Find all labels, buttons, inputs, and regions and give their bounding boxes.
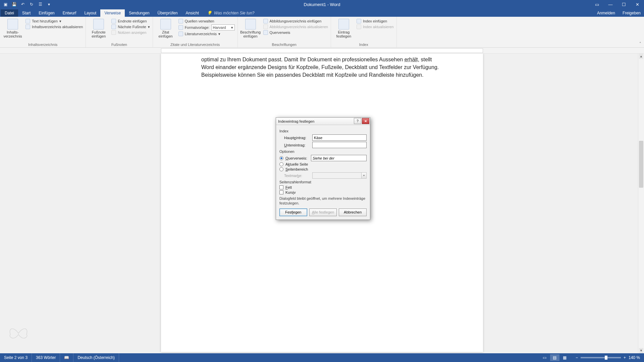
update-toc-icon xyxy=(25,24,30,29)
dialog-titlebar[interactable]: Indexeintrag festlegen ? ✕ xyxy=(276,118,370,125)
insert-citation-button[interactable]: Zitat einfügen xyxy=(156,18,176,38)
web-layout-button[interactable]: ▦ xyxy=(560,354,570,361)
sign-in-link[interactable]: Anmelden xyxy=(594,9,619,17)
spell-check-icon[interactable]: 📖 xyxy=(60,353,73,362)
word-icon: ▣ xyxy=(2,1,9,8)
insert-endnote-button[interactable]: Endnote einfügen xyxy=(111,19,150,23)
cancel-button[interactable]: Abbrechen xyxy=(339,208,367,216)
dialog-close-button[interactable]: ✕ xyxy=(362,118,369,124)
document-text[interactable]: optimal zu Ihrem Dokument passt. Damit I… xyxy=(201,56,443,79)
tab-mailings[interactable]: Sendungen xyxy=(125,9,153,17)
horizontal-ruler[interactable] xyxy=(0,48,644,54)
insert-index-button[interactable]: Index einfügen xyxy=(357,19,394,23)
touch-mode-button[interactable]: ☰ xyxy=(37,1,44,8)
crossref-icon xyxy=(263,30,268,35)
next-footnote-icon xyxy=(111,24,116,29)
ruler-inner xyxy=(161,48,483,53)
page-range-radio[interactable] xyxy=(279,167,283,171)
zoom-in-button[interactable]: + xyxy=(624,355,626,360)
group-captions: Beschriftung einfügen Abbildungsverzeich… xyxy=(238,17,331,47)
show-notes-icon xyxy=(111,30,116,35)
tab-insert[interactable]: Einfügen xyxy=(35,9,58,17)
zoom-level[interactable]: 140 % xyxy=(629,355,640,360)
subentry-label: Untereintrag: xyxy=(284,143,310,147)
page-indicator[interactable]: Seite 2 von 3 xyxy=(0,353,32,362)
update-toc-button[interactable]: Inhaltsverzeichnis aktualisieren xyxy=(25,24,83,29)
dialog-title: Indexeintrag festlegen xyxy=(278,119,314,123)
tab-references[interactable]: Verweise xyxy=(100,9,125,17)
share-button[interactable]: Freigeben xyxy=(619,9,644,17)
text-underlined: erhält xyxy=(405,57,418,62)
undo-button[interactable]: ↶ xyxy=(19,1,26,8)
zoom-out-button[interactable]: − xyxy=(576,355,578,360)
tof-icon xyxy=(263,19,268,23)
caption-label: Beschriftung einfügen xyxy=(240,30,261,38)
ribbon-display-button[interactable]: ▭ xyxy=(590,0,604,9)
scroll-down-button[interactable]: ▼ xyxy=(639,348,643,353)
print-layout-button[interactable]: ▤ xyxy=(550,354,559,361)
tell-me-search[interactable]: 💡 Was möchten Sie tun? xyxy=(203,9,259,17)
word-count[interactable]: 363 Wörter xyxy=(32,353,60,362)
qat-customize-button[interactable]: ▾ xyxy=(46,1,52,8)
tab-design[interactable]: Entwurf xyxy=(59,9,80,17)
tab-file[interactable]: Datei xyxy=(1,9,18,17)
chevron-down-icon: ▾ xyxy=(231,25,233,30)
current-page-radio[interactable] xyxy=(279,162,283,166)
update-tof-label: Abbildungsverzeichnis aktualisieren xyxy=(270,25,328,29)
bibliography-button[interactable]: Literaturverzeichnis ▾ xyxy=(178,32,235,36)
mark-entry-button[interactable]: Eintrag festlegen xyxy=(334,18,354,38)
ribbon-tabs: Datei Start Einfügen Entwurf Layout Verw… xyxy=(0,9,644,17)
italic-checkbox[interactable] xyxy=(279,190,283,194)
next-footnote-label: Nächste Fußnote xyxy=(118,25,146,29)
insert-caption-button[interactable]: Beschriftung einfügen xyxy=(240,18,261,38)
vertical-scrollbar[interactable]: ▲ ▼ xyxy=(638,54,644,353)
insert-tof-button[interactable]: Abbildungsverzeichnis einfügen xyxy=(263,19,328,23)
window-title: Dokument1 - Word xyxy=(304,2,340,7)
next-footnote-button[interactable]: Nächste Fußnote ▾ xyxy=(111,24,150,29)
maximize-button[interactable]: ☐ xyxy=(617,0,631,9)
insert-index-icon xyxy=(357,19,361,23)
main-entry-input[interactable] xyxy=(312,134,367,141)
close-button[interactable]: ✕ xyxy=(631,0,644,9)
scroll-up-button[interactable]: ▲ xyxy=(639,54,643,59)
manage-sources-button[interactable]: Quellen verwalten xyxy=(178,19,235,23)
add-text-icon xyxy=(25,19,30,23)
insert-footnote-button[interactable]: Fußnote einfügen xyxy=(89,18,109,38)
crossref-label: Querverweis xyxy=(270,31,290,35)
group-label-footnotes: Fußnoten xyxy=(89,42,150,47)
style-icon xyxy=(178,25,183,30)
redo-button[interactable]: ↻ xyxy=(28,1,35,8)
subentry-input[interactable] xyxy=(312,142,367,148)
zoom-slider[interactable] xyxy=(581,357,621,358)
tab-view[interactable]: Ansicht xyxy=(182,9,203,17)
read-mode-button[interactable]: ▭ xyxy=(540,354,549,361)
language-indicator[interactable]: Deutsch (Österreich) xyxy=(73,353,119,362)
dialog-help-button[interactable]: ? xyxy=(354,118,361,124)
scroll-thumb[interactable] xyxy=(639,141,643,188)
cross-reference-input[interactable] xyxy=(311,155,367,161)
section-index: Index xyxy=(279,129,367,133)
toc-button[interactable]: Inhalts- verzeichnis xyxy=(3,18,23,38)
save-button[interactable]: 💾 xyxy=(11,1,17,8)
citation-style-combo[interactable]: Harvard▾ xyxy=(211,24,235,31)
butterfly-watermark xyxy=(7,324,30,343)
cross-reference-radio[interactable] xyxy=(279,156,283,160)
tab-start[interactable]: Start xyxy=(18,9,35,17)
add-text-button[interactable]: Text hinzufügen ▾ xyxy=(25,19,83,23)
chevron-down-icon: ▾ xyxy=(361,173,366,178)
endnote-icon xyxy=(111,19,116,23)
page-range-label: Seitenbereich xyxy=(285,167,312,171)
tab-review[interactable]: Überprüfen xyxy=(154,9,182,17)
zoom-slider-knob[interactable] xyxy=(605,356,607,360)
tab-layout[interactable]: Layout xyxy=(80,9,100,17)
cross-reference-label: Querverweis: xyxy=(285,156,309,160)
bibliography-icon xyxy=(178,32,183,36)
cross-reference-button[interactable]: Querverweis xyxy=(263,30,328,35)
text-line-1a: optimal zu Ihrem Dokument passt. Damit I… xyxy=(201,57,405,62)
window-controls: ▭ — ☐ ✕ xyxy=(590,0,644,9)
bold-checkbox[interactable] xyxy=(279,185,283,189)
group-label-captions: Beschriftungen xyxy=(240,42,328,47)
mark-button[interactable]: Festlegen xyxy=(279,208,307,216)
minimize-button[interactable]: — xyxy=(604,0,617,9)
collapse-ribbon-button[interactable]: ˄ xyxy=(639,42,641,46)
